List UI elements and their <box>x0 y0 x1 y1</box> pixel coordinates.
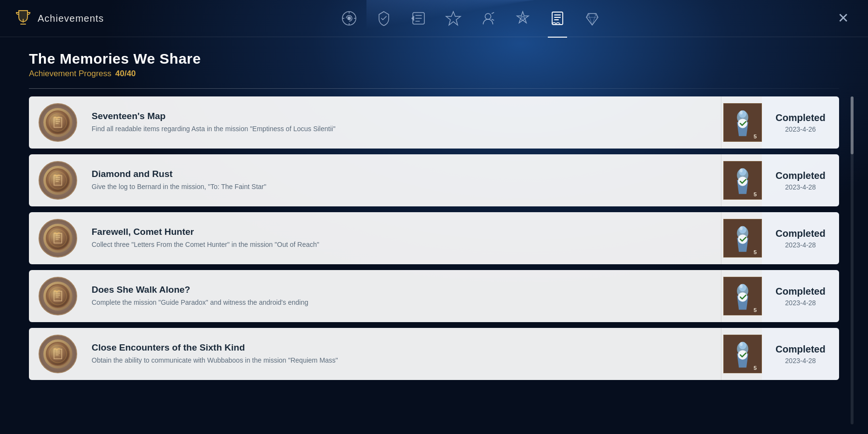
achievement-badge <box>39 277 77 315</box>
svg-point-16 <box>46 169 69 192</box>
reward-box: 5 <box>723 219 762 258</box>
achievement-name: Close Encounters of the Sixth Kind <box>92 342 719 353</box>
reward-box: 5 <box>723 335 762 373</box>
svg-point-49 <box>740 342 743 346</box>
achievement-badge <box>39 219 77 258</box>
top-nav: Achievements <box>0 0 868 37</box>
badge-inner <box>43 166 72 195</box>
svg-point-25 <box>46 227 69 250</box>
svg-point-4 <box>485 14 491 19</box>
category-nav <box>337 6 605 31</box>
achievement-name: Farewell, Comet Hunter <box>92 227 719 237</box>
achievement-badge <box>39 161 77 200</box>
achievement-info: Farewell, Comet Hunter Collect three "Le… <box>87 218 723 258</box>
status-date: 2023-4-28 <box>785 357 816 365</box>
svg-point-1 <box>348 17 351 20</box>
achievement-item: Does She Walk Alone? Complete the missio… <box>29 270 839 322</box>
nav-icon-4[interactable] <box>441 6 466 31</box>
svg-point-31 <box>740 227 743 231</box>
achievement-badge <box>39 335 77 373</box>
achievement-reward: 5 <box>723 335 762 373</box>
svg-point-41 <box>738 292 747 302</box>
nav-icon-5[interactable] <box>475 6 501 31</box>
achievement-description: Find all readable items regarding Asta i… <box>92 124 719 134</box>
achievement-name: Does She Walk Alone? <box>92 285 719 295</box>
status-date: 2023-4-26 <box>785 125 816 133</box>
achievement-item: Close Encounters of the Sixth Kind Obtai… <box>29 328 839 380</box>
achievement-reward: 5 <box>723 161 762 200</box>
svg-point-34 <box>46 285 69 308</box>
svg-point-13 <box>740 111 743 115</box>
status-label: Completed <box>775 344 825 355</box>
achievement-status: Completed 2023-4-28 <box>762 270 839 322</box>
achievement-name: Seventeen's Map <box>92 111 719 122</box>
svg-text:5: 5 <box>754 191 757 197</box>
badge-inner <box>43 224 72 253</box>
achievement-description: Give the log to Bernard in the mission, … <box>92 182 719 192</box>
nav-icon-7[interactable] <box>545 6 570 31</box>
scrollbar-thumb[interactable] <box>851 96 854 154</box>
achievement-name: Diamond and Rust <box>92 169 719 179</box>
status-label: Completed <box>775 170 825 181</box>
nav-icon-3[interactable] <box>406 6 431 31</box>
achievement-status: Completed 2023-4-28 <box>762 328 839 380</box>
badge-inner <box>43 282 72 311</box>
reward-box: 5 <box>723 103 762 142</box>
category-header: The Memories We Share Achievement Progre… <box>0 37 868 88</box>
achievement-status: Completed 2023-4-26 <box>762 96 839 149</box>
svg-point-43 <box>46 342 69 366</box>
achievement-info: Does She Walk Alone? Complete the missio… <box>87 276 723 316</box>
achievement-reward: 5 <box>723 103 762 142</box>
reward-box: 5 <box>723 277 762 315</box>
status-label: Completed <box>775 286 825 297</box>
category-progress: Achievement Progress 40/40 <box>29 69 839 79</box>
svg-point-48 <box>739 342 746 350</box>
scrollbar-track[interactable] <box>851 96 854 424</box>
close-button[interactable]: ✕ <box>838 12 849 25</box>
svg-point-23 <box>738 176 747 186</box>
svg-point-21 <box>739 168 746 176</box>
status-label: Completed <box>775 228 825 239</box>
svg-text:5: 5 <box>754 307 757 313</box>
svg-marker-3 <box>446 12 461 25</box>
achievement-info: Seventeen's Map Find all readable items … <box>87 102 723 143</box>
reward-box: 5 <box>723 161 762 200</box>
trophy-icon <box>14 9 32 28</box>
achievement-status: Completed 2023-4-28 <box>762 212 839 264</box>
achievement-item: Farewell, Comet Hunter Collect three "Le… <box>29 212 839 264</box>
category-title: The Memories We Share <box>29 51 839 67</box>
status-date: 2023-4-28 <box>785 183 816 191</box>
svg-point-40 <box>740 285 743 288</box>
status-date: 2023-4-28 <box>785 299 816 307</box>
svg-text:5: 5 <box>754 133 757 139</box>
nav-left: Achievements <box>14 9 104 28</box>
progress-label: Achievement Progress <box>29 69 111 79</box>
svg-point-14 <box>738 119 747 128</box>
badge-inner <box>43 108 72 137</box>
achievement-reward: 5 <box>723 219 762 258</box>
svg-point-5 <box>521 16 525 20</box>
nav-icon-8[interactable] <box>580 6 605 31</box>
achievement-item: Diamond and Rust Give the log to Bernard… <box>29 154 839 206</box>
status-date: 2023-4-28 <box>785 241 816 249</box>
svg-point-30 <box>739 226 746 234</box>
achievement-description: Complete the mission "Guide Paradox" and… <box>92 298 719 308</box>
nav-icon-2[interactable] <box>371 6 396 31</box>
achievement-reward: 5 <box>723 277 762 315</box>
achievement-info: Diamond and Rust Give the log to Bernard… <box>87 160 723 201</box>
achievement-item: Seventeen's Map Find all readable items … <box>29 96 839 149</box>
achievement-status: Completed 2023-4-28 <box>762 154 839 206</box>
svg-point-22 <box>740 169 743 173</box>
achievement-description: Obtain the ability to communicate with W… <box>92 356 719 366</box>
achievement-badge <box>39 103 77 142</box>
page-title: Achievements <box>38 13 104 24</box>
svg-point-12 <box>739 110 746 118</box>
svg-point-39 <box>739 284 746 292</box>
progress-value: 40/40 <box>115 69 136 79</box>
svg-text:5: 5 <box>754 249 757 255</box>
achievement-description: Collect three "Letters From the Comet Hu… <box>92 240 719 250</box>
nav-icon-6[interactable] <box>510 6 535 31</box>
svg-point-50 <box>738 350 747 360</box>
nav-icon-1[interactable] <box>337 6 362 31</box>
achievement-list: Seventeen's Map Find all readable items … <box>0 89 868 434</box>
